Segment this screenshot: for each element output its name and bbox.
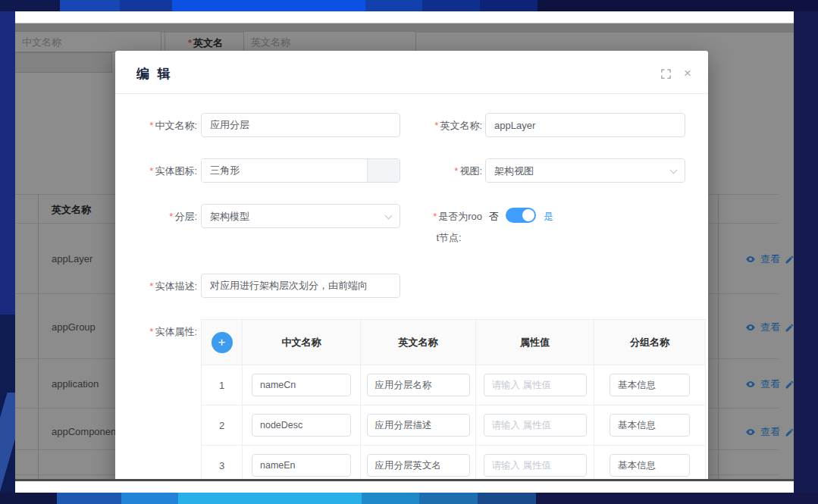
col-header-name-cn: 中文名称: [243, 320, 361, 365]
row-index: 3: [202, 446, 243, 482]
toggle-off-text: 否: [489, 210, 499, 224]
attr-group-input[interactable]: [610, 454, 690, 477]
decor-bottom-bar: [0, 493, 818, 504]
screenshot-frame: *英文名 英文名称 appLayer appGroup application …: [0, 0, 818, 504]
toggle-on-text: 是: [544, 210, 553, 224]
is-root-label: *是否为roo t节点:: [415, 210, 482, 244]
chevron-down-icon: [670, 167, 678, 174]
decor-left-band: [0, 11, 15, 493]
col-header-value: 属性值: [476, 320, 594, 365]
attr-name-cn-input[interactable]: [252, 454, 351, 477]
layer-label: *分层:: [129, 210, 197, 223]
view-label: *视图:: [414, 164, 482, 177]
attr-group-input[interactable]: [610, 374, 690, 396]
entity-desc-input[interactable]: [201, 274, 400, 298]
attr-value-input[interactable]: [484, 414, 587, 437]
attr-name-cn-input[interactable]: [252, 414, 351, 437]
edit-dialog: 编 辑 × *中文名称: *英文名称: *实体图标:: [115, 51, 708, 481]
cn-name-label: *中文名称:: [129, 119, 197, 132]
decor-right-band: [794, 11, 818, 493]
cn-name-input[interactable]: [201, 113, 400, 137]
dialog-header: 编 辑 ×: [115, 51, 708, 94]
toggle-knob: [522, 209, 534, 221]
close-icon[interactable]: ×: [684, 68, 691, 79]
entity-attrs-label: *实体属性:: [129, 325, 197, 338]
decor-top-bar: [0, 0, 818, 11]
dialog-title: 编 辑: [136, 65, 173, 83]
chevron-down-icon: [385, 212, 393, 220]
icon-picker-button[interactable]: [367, 159, 400, 182]
view-select[interactable]: 架构视图: [485, 158, 685, 183]
en-name-input[interactable]: [485, 113, 685, 137]
attr-name-en-input[interactable]: [367, 374, 470, 396]
row-index: 2: [202, 405, 243, 446]
fullscreen-icon[interactable]: [660, 68, 672, 83]
attr-name-cn-input[interactable]: [252, 374, 351, 396]
col-header-name-en: 英文名称: [361, 320, 476, 365]
attrs-table-row: 1: [202, 365, 706, 405]
attrs-table-row: 2: [202, 405, 706, 446]
col-header-group: 分组名称: [594, 320, 706, 365]
add-row-button[interactable]: +: [212, 332, 233, 353]
attr-value-input[interactable]: [484, 374, 587, 396]
attr-group-input[interactable]: [610, 414, 690, 437]
attr-name-en-input[interactable]: [367, 414, 470, 437]
app-page: *英文名 英文名称 appLayer appGroup application …: [15, 11, 794, 493]
attrs-table-row: 3: [202, 446, 706, 482]
attr-value-input[interactable]: [484, 454, 587, 477]
entity-icon-field[interactable]: [201, 158, 400, 183]
app-viewport: *英文名 英文名称 appLayer appGroup application …: [15, 23, 794, 481]
entity-icon-label: *实体图标:: [129, 164, 197, 177]
decor-diagonal-shape: [0, 393, 15, 493]
en-name-label: *英文名称:: [414, 119, 482, 132]
root-node-toggle[interactable]: [506, 208, 536, 223]
attrs-table-header-row: + 中文名称 英文名称 属性值 分组名称: [202, 320, 706, 365]
entity-desc-label: *实体描述:: [129, 280, 197, 293]
layer-select[interactable]: 架构模型: [201, 204, 400, 228]
attr-name-en-input[interactable]: [367, 454, 470, 477]
row-index: 1: [202, 365, 243, 405]
entity-icon-input[interactable]: [202, 159, 367, 182]
entity-attrs-table: + 中文名称 英文名称 属性值 分组名称 1 2: [201, 319, 706, 481]
